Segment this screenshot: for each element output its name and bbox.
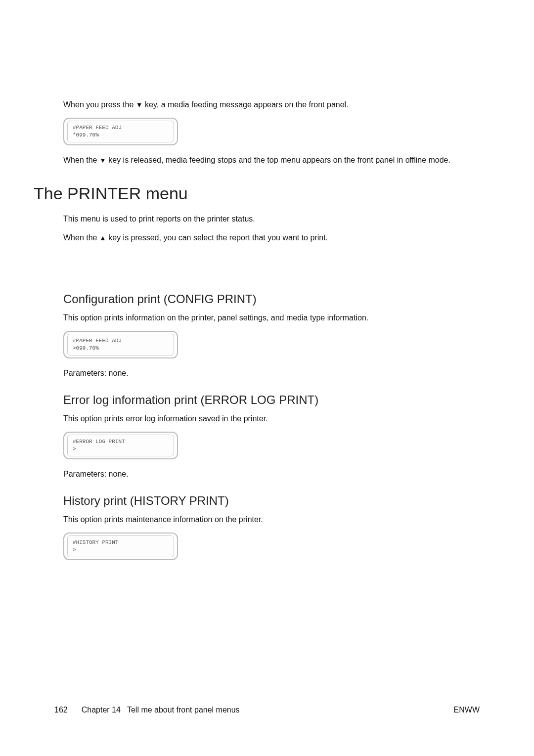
down-triangle-icon: ▼ <box>99 156 106 164</box>
page: When you press the ▼ key, a media feedin… <box>0 0 534 756</box>
subheading-config-print: Configuration print (CONFIG PRINT) <box>63 292 480 306</box>
chapter-number: Chapter 14 <box>82 706 121 714</box>
subheading-history-print: History print (HISTORY PRINT) <box>63 494 480 508</box>
lcd-line-2: *099.70% <box>73 132 169 139</box>
history-body: This option prints maintenance informati… <box>63 514 480 526</box>
text: When you press the <box>63 100 136 109</box>
chapter-label: Chapter 14 Tell me about front panel men… <box>82 706 240 714</box>
lcd-inner: #PAPER FEED ADJ *099.70% <box>67 121 174 142</box>
spacer <box>63 251 480 278</box>
intro-paragraph-1: When you press the ▼ key, a media feedin… <box>63 99 480 111</box>
subheading-error-log: Error log information print (ERROR LOG P… <box>63 393 480 407</box>
lcd-panel-config: #PAPER FEED ADJ >099.70% <box>63 331 178 358</box>
chapter-title: Tell me about front panel menus <box>127 706 240 714</box>
config-params: Parameters: none. <box>63 367 480 379</box>
lcd-panel-history: #HISTORY PRINT > <box>63 533 178 560</box>
lcd-inner: #HISTORY PRINT > <box>67 535 174 557</box>
intro-block: When you press the ▼ key, a media feedin… <box>54 99 480 166</box>
text: When the <box>63 233 99 242</box>
lcd-inner: #ERROR LOG PRINT > <box>67 435 174 456</box>
text: key, a media feeding message appears on … <box>143 100 349 109</box>
lcd-line-1: #PAPER FEED ADJ <box>73 337 169 345</box>
text: key is released, media feeding stops and… <box>106 156 450 164</box>
lcd-line-2: > <box>73 546 169 554</box>
errorlog-params: Parameters: none. <box>63 468 480 480</box>
page-number: 162 <box>54 706 68 714</box>
footer-left: 162 Chapter 14 Tell me about front panel… <box>54 706 240 714</box>
section-p2: When the ▲ key is pressed, you can selec… <box>63 232 480 244</box>
lcd-line-1: #HISTORY PRINT <box>73 539 169 546</box>
lcd-panel-1: #PAPER FEED ADJ *099.70% <box>63 118 178 145</box>
lcd-panel-errorlog: #ERROR LOG PRINT > <box>63 432 178 459</box>
text: When the <box>63 156 99 164</box>
down-triangle-icon: ▼ <box>136 101 143 109</box>
footer-right: ENWW <box>454 706 480 714</box>
section-body: This menu is used to print reports on th… <box>54 213 480 560</box>
up-triangle-icon: ▲ <box>99 234 106 242</box>
lcd-line-1: #PAPER FEED ADJ <box>73 124 169 132</box>
section-heading-printer-menu: The PRINTER menu <box>34 184 480 203</box>
errorlog-body: This option prints error log information… <box>63 413 480 425</box>
page-footer: 162 Chapter 14 Tell me about front panel… <box>54 706 480 714</box>
lcd-line-1: #ERROR LOG PRINT <box>73 438 169 445</box>
lcd-line-2: >099.70% <box>73 345 169 352</box>
section-p1: This menu is used to print reports on th… <box>63 213 480 225</box>
config-body: This option prints information on the pr… <box>63 312 480 324</box>
lcd-line-2: > <box>73 445 169 453</box>
intro-paragraph-2: When the ▼ key is released, media feedin… <box>63 154 480 166</box>
text: key is pressed, you can select the repor… <box>106 233 328 242</box>
lcd-inner: #PAPER FEED ADJ >099.70% <box>67 334 174 356</box>
